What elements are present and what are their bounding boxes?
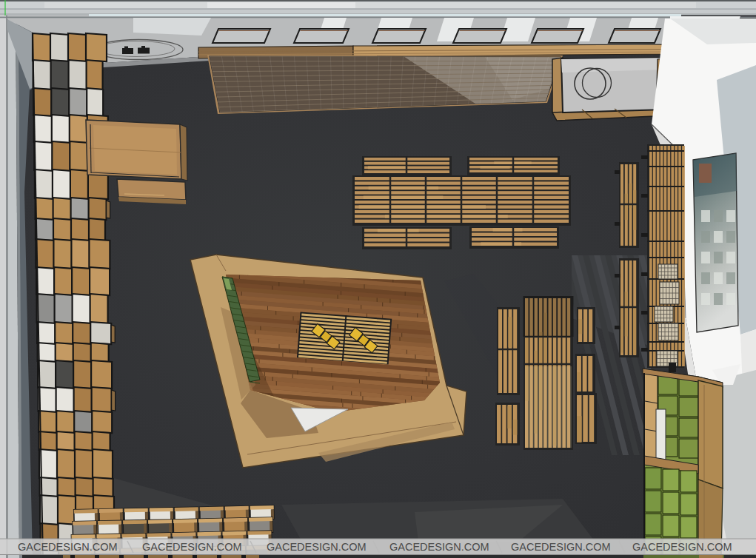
svg-text:GACEDESIGN.COM: GACEDESIGN.COM [267,541,367,553]
svg-text:GACEDESIGN.COM: GACEDESIGN.COM [632,541,732,553]
svg-text:GACEDESIGN.COM: GACEDESIGN.COM [511,541,611,553]
svg-text:GACEDESIGN.COM: GACEDESIGN.COM [18,541,118,553]
svg-text:GACEDESIGN.COM: GACEDESIGN.COM [389,541,489,553]
svg-text:GACEDESIGN.COM: GACEDESIGN.COM [142,541,242,553]
